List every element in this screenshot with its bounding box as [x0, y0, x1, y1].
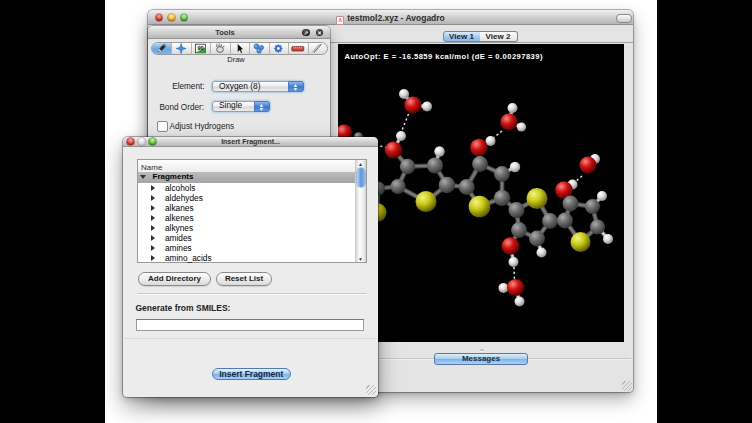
svg-text:90: 90	[197, 44, 203, 50]
